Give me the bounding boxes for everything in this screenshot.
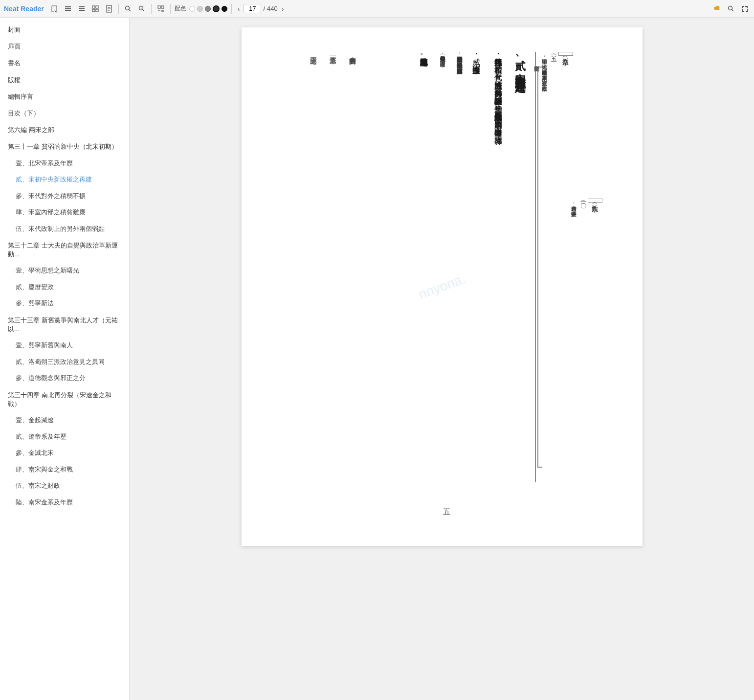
main-text-col2: 威，皆由軍士擁立。）	[466, 52, 484, 68]
color-white[interactable]	[189, 6, 195, 12]
svg-rect-20	[158, 6, 160, 8]
svg-rect-21	[161, 6, 164, 8]
emperor-8-label: （八）徽宗	[558, 52, 573, 56]
sidebar-item-ch34-6[interactable]: 陸、南宋金系及年歷	[0, 495, 129, 511]
svg-line-15	[129, 9, 131, 11]
sidebar-item-ch33[interactable]: 第三十三章 新舊黨爭與南北人才（元祐以...	[0, 312, 129, 338]
app-title: Neat Reader	[4, 5, 44, 13]
svg-rect-5	[79, 10, 85, 11]
svg-rect-6	[92, 6, 95, 8]
emperor-8-notes: 排紹聖，復元祐，改元建中靖國，蔡京用事，復行新法，改元崇寧。	[541, 55, 549, 482]
color-darker[interactable]	[213, 5, 220, 12]
color-light[interactable]	[197, 6, 203, 12]
fit-icon[interactable]	[739, 3, 750, 14]
svg-rect-4	[79, 8, 85, 9]
sidebar-item-ch32-3[interactable]: 參、熙寧新法	[0, 295, 129, 312]
page-number: 五	[443, 507, 450, 517]
right-toolbar	[712, 3, 750, 14]
conclusion-text: 自此節度使把持地方政權之弊遂革。	[414, 52, 431, 60]
layers-icon[interactable]	[63, 3, 73, 14]
sidebar-item-ch32-1[interactable]: 壹、學術思想之新曙光	[0, 263, 129, 279]
svg-rect-7	[96, 6, 98, 8]
svg-point-25	[729, 6, 732, 10]
search-icon[interactable]	[123, 3, 133, 14]
sidebar-item-ch31-1[interactable]: 壹、北宋帝系及年歷	[0, 156, 129, 172]
next-page-button[interactable]: ›	[280, 4, 286, 14]
page-number-input[interactable]	[244, 4, 261, 13]
color-options	[189, 5, 227, 12]
svg-rect-2	[65, 10, 71, 11]
svg-line-26	[732, 9, 734, 11]
page-total: 440	[267, 5, 278, 12]
sidebar-item-preface[interactable]: 扉頁	[0, 38, 129, 55]
svg-point-14	[125, 6, 129, 10]
sidebar-item-ch31-2[interactable]: 貳、宋初中央新政權之再建	[0, 172, 129, 188]
prev-page-button[interactable]: ‹	[236, 4, 242, 14]
content-area: nnyona. （八）徽宗 （一五）	[130, 18, 754, 700]
sidebar-item-ch34-1[interactable]: 壹、金起滅遼	[0, 412, 129, 429]
color-label: 配色	[175, 4, 186, 13]
separator-2	[151, 4, 152, 14]
toolbar: Neat Reader 配色 ‹	[0, 0, 754, 18]
grid-icon[interactable]	[90, 3, 101, 14]
sidebar-item-ch34-5[interactable]: 伍、南宋之財政	[0, 478, 129, 495]
sidebar-item-ch31-5[interactable]: 伍、宋代政制上的另外兩個弱點	[0, 221, 129, 238]
emperor-9-num: （一〇）	[579, 199, 588, 482]
page-separator: /	[263, 5, 265, 12]
emperor-8-num: （一五）	[550, 52, 558, 482]
svg-rect-8	[92, 9, 95, 12]
menu-icon[interactable]	[76, 3, 87, 14]
annotation-col: 由不斷的兵變產生出來的王室，終於覺悟軍人操政之危險，遂有所謂「杯酒釋兵權」的故事…	[449, 52, 464, 69]
sidebar: 封面 扉頁 書名 版權 編輯序言 目次（下） 第六編 兩宋之部 第三十一章 貧弱…	[0, 18, 130, 700]
search2-icon[interactable]	[136, 3, 147, 14]
sidebar-item-cover[interactable]: 封面	[0, 22, 129, 38]
emperor-9-col: （九）欽宗 （一〇） 靖康之難，二帝蒙塵。	[575, 199, 604, 482]
sidebar-item-ch31-3[interactable]: 參、宋代對外之積弱不振	[0, 188, 129, 205]
book-page: nnyona. （八）徽宗 （一五）	[242, 27, 643, 546]
svg-rect-0	[65, 6, 71, 7]
section-title: 貳、宋初中央新政權之再建	[510, 52, 530, 74]
sidebar-item-ch34[interactable]: 第三十四章 南北再分裂（宋遼金之和戰）	[0, 387, 129, 412]
bookmark-icon[interactable]	[49, 3, 60, 14]
color-black[interactable]	[222, 6, 227, 12]
page-inner: （八）徽宗 （一五） 排紹聖，復元祐，改元建中靖國，蔡京用事，復行新法，改元崇寧…	[271, 52, 623, 517]
sidebar-item-ch33-1[interactable]: 壹、熙寧新舊與南人	[0, 338, 129, 354]
main-layout: 封面 扉頁 書名 版權 編輯序言 目次（下） 第六編 兩宋之部 第三十一章 貧弱…	[0, 18, 754, 700]
doc-icon[interactable]	[104, 3, 114, 14]
emperor-8-events: 立聯金滅遼	[532, 62, 541, 482]
color-dark[interactable]	[205, 6, 211, 12]
annotation-small: （此在太祖即皇帝位之第二年，即建隆二年。）	[434, 52, 447, 63]
sidebar-item-ch33-2[interactable]: 貳、洛蜀朔三派政治意見之異同	[0, 354, 129, 371]
sidebar-item-toc[interactable]: 目次（下）	[0, 105, 129, 122]
emperor-9-notes: 靖康之難，二帝蒙塵。	[570, 202, 578, 482]
lineage-panel: （八）徽宗 （一五） 排紹聖，復元祐，改元建中靖國，蔡京用事，復行新法，改元崇寧…	[535, 52, 623, 482]
sidebar-item-editorial[interactable]: 編輯序言	[0, 89, 129, 105]
svg-rect-9	[96, 9, 98, 12]
sidebar-item-bookname[interactable]: 書名	[0, 55, 129, 71]
separator-1	[118, 4, 119, 14]
page-navigation: ‹ / 440 ›	[236, 4, 286, 14]
sidebar-item-ch32-2[interactable]: 貳、慶曆變政	[0, 279, 129, 296]
separator-4	[231, 4, 232, 14]
svg-rect-1	[65, 8, 71, 9]
sidebar-item-ch31[interactable]: 第三十一章 貧弱的新中央（北宋初期）	[0, 138, 129, 155]
sidebar-item-ch34-4[interactable]: 肆、南宋與金之和戰	[0, 462, 129, 478]
svg-line-17	[142, 9, 144, 11]
search-right-icon[interactable]	[726, 3, 736, 14]
sidebar-item-ch33-3[interactable]: 參、道德觀念與邪正之分	[0, 370, 129, 387]
expand-icon[interactable]	[155, 3, 166, 14]
sidebar-item-ch34-3[interactable]: 參、金滅北宋	[0, 445, 129, 462]
sidebar-item-ch32[interactable]: 第三十二章 士大夫的自覺與政治革新運動...	[0, 237, 129, 263]
emperor-9-label: （九）欽宗	[588, 199, 602, 203]
svg-rect-3	[79, 6, 85, 7]
sidebar-item-copyright[interactable]: 版權	[0, 72, 129, 89]
sidebar-item-part6[interactable]: 第六編 兩宋之部	[0, 122, 129, 138]
sidebar-item-ch31-4[interactable]: 肆、宋室內部之積貧難廉	[0, 204, 129, 221]
separator-3	[170, 4, 171, 14]
cloud-icon[interactable]	[712, 3, 723, 14]
main-text-col1: 自唐代鎮兵擁立留後，積習相沿，直至五代，造成國擅於將、將擅於兵的局面。宋太祖由陳…	[488, 52, 506, 130]
sidebar-item-ch34-2[interactable]: 貳、遼帝系及年歷	[0, 429, 129, 446]
